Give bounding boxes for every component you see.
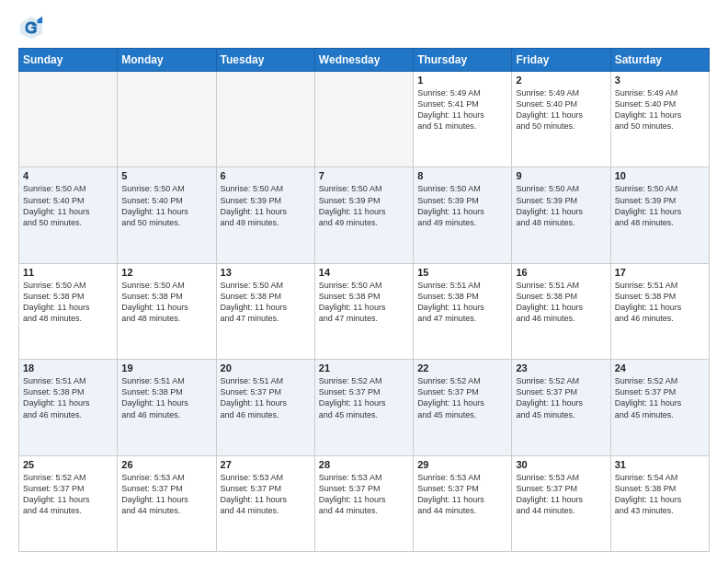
weekday-tuesday: Tuesday [216, 49, 314, 72]
calendar: SundayMondayTuesdayWednesdayThursdayFrid… [18, 48, 710, 552]
day-number: 30 [516, 459, 606, 470]
day-cell: 9Sunrise: 5:50 AM Sunset: 5:39 PM Daylig… [512, 167, 610, 263]
weekday-saturday: Saturday [610, 49, 709, 72]
day-info: Sunrise: 5:52 AM Sunset: 5:37 PM Dayligh… [319, 375, 409, 420]
day-number: 8 [417, 170, 507, 181]
day-number: 1 [417, 75, 507, 86]
day-info: Sunrise: 5:53 AM Sunset: 5:37 PM Dayligh… [221, 472, 311, 517]
week-row-4: 18Sunrise: 5:51 AM Sunset: 5:38 PM Dayli… [19, 360, 710, 455]
day-info: Sunrise: 5:53 AM Sunset: 5:37 PM Dayligh… [319, 472, 409, 517]
day-cell: 25Sunrise: 5:52 AM Sunset: 5:37 PM Dayli… [19, 455, 118, 551]
day-cell: 17Sunrise: 5:51 AM Sunset: 5:38 PM Dayli… [610, 263, 709, 359]
day-number: 12 [121, 267, 211, 278]
week-row-5: 25Sunrise: 5:52 AM Sunset: 5:37 PM Dayli… [19, 455, 710, 551]
day-cell: 21Sunrise: 5:52 AM Sunset: 5:37 PM Dayli… [314, 360, 413, 455]
day-number: 24 [615, 362, 705, 373]
day-number: 29 [417, 459, 507, 470]
day-number: 19 [121, 362, 211, 373]
day-info: Sunrise: 5:50 AM Sunset: 5:39 PM Dayligh… [516, 183, 606, 228]
day-number: 16 [516, 267, 606, 278]
weekday-wednesday: Wednesday [314, 49, 413, 72]
day-number: 17 [615, 267, 705, 278]
day-number: 9 [516, 170, 606, 181]
day-info: Sunrise: 5:50 AM Sunset: 5:39 PM Dayligh… [615, 183, 705, 228]
day-cell: 15Sunrise: 5:51 AM Sunset: 5:38 PM Dayli… [414, 263, 512, 359]
day-number: 5 [121, 170, 211, 181]
logo-icon [18, 15, 44, 40]
day-info: Sunrise: 5:51 AM Sunset: 5:38 PM Dayligh… [23, 375, 113, 420]
day-number: 28 [319, 459, 409, 470]
week-row-1: 1Sunrise: 5:49 AM Sunset: 5:41 PM Daylig… [19, 72, 710, 167]
day-info: Sunrise: 5:51 AM Sunset: 5:38 PM Dayligh… [121, 375, 211, 420]
day-cell [314, 72, 413, 167]
day-cell: 1Sunrise: 5:49 AM Sunset: 5:41 PM Daylig… [414, 72, 512, 167]
day-info: Sunrise: 5:50 AM Sunset: 5:40 PM Dayligh… [23, 183, 113, 228]
day-info: Sunrise: 5:51 AM Sunset: 5:37 PM Dayligh… [221, 375, 311, 420]
weekday-friday: Friday [512, 49, 610, 72]
day-info: Sunrise: 5:53 AM Sunset: 5:37 PM Dayligh… [417, 472, 507, 517]
day-number: 13 [221, 267, 311, 278]
day-cell: 22Sunrise: 5:52 AM Sunset: 5:37 PM Dayli… [414, 360, 512, 455]
day-cell: 11Sunrise: 5:50 AM Sunset: 5:38 PM Dayli… [19, 263, 118, 359]
weekday-thursday: Thursday [414, 49, 512, 72]
day-info: Sunrise: 5:49 AM Sunset: 5:40 PM Dayligh… [615, 87, 705, 132]
day-info: Sunrise: 5:50 AM Sunset: 5:39 PM Dayligh… [319, 183, 409, 228]
logo [18, 15, 48, 40]
day-cell: 3Sunrise: 5:49 AM Sunset: 5:40 PM Daylig… [610, 72, 709, 167]
day-number: 6 [221, 170, 311, 181]
day-info: Sunrise: 5:53 AM Sunset: 5:37 PM Dayligh… [516, 472, 606, 517]
day-number: 11 [23, 267, 113, 278]
day-cell: 16Sunrise: 5:51 AM Sunset: 5:38 PM Dayli… [512, 263, 610, 359]
day-number: 18 [23, 362, 113, 373]
day-cell [118, 72, 216, 167]
weekday-sunday: Sunday [19, 49, 118, 72]
day-info: Sunrise: 5:50 AM Sunset: 5:39 PM Dayligh… [417, 183, 507, 228]
day-number: 2 [516, 75, 606, 86]
day-info: Sunrise: 5:49 AM Sunset: 5:40 PM Dayligh… [516, 87, 606, 132]
day-cell [216, 72, 314, 167]
day-cell: 30Sunrise: 5:53 AM Sunset: 5:37 PM Dayli… [512, 455, 610, 551]
day-cell: 18Sunrise: 5:51 AM Sunset: 5:38 PM Dayli… [19, 360, 118, 455]
day-number: 3 [615, 75, 705, 86]
day-cell: 13Sunrise: 5:50 AM Sunset: 5:38 PM Dayli… [216, 263, 314, 359]
day-cell: 10Sunrise: 5:50 AM Sunset: 5:39 PM Dayli… [610, 167, 709, 263]
day-cell: 28Sunrise: 5:53 AM Sunset: 5:37 PM Dayli… [314, 455, 413, 551]
day-cell: 6Sunrise: 5:50 AM Sunset: 5:39 PM Daylig… [216, 167, 314, 263]
day-info: Sunrise: 5:49 AM Sunset: 5:41 PM Dayligh… [417, 87, 507, 132]
day-cell: 27Sunrise: 5:53 AM Sunset: 5:37 PM Dayli… [216, 455, 314, 551]
day-info: Sunrise: 5:52 AM Sunset: 5:37 PM Dayligh… [516, 375, 606, 420]
day-info: Sunrise: 5:51 AM Sunset: 5:38 PM Dayligh… [615, 280, 705, 325]
day-info: Sunrise: 5:50 AM Sunset: 5:38 PM Dayligh… [319, 280, 409, 325]
day-cell: 8Sunrise: 5:50 AM Sunset: 5:39 PM Daylig… [414, 167, 512, 263]
day-cell: 14Sunrise: 5:50 AM Sunset: 5:38 PM Dayli… [314, 263, 413, 359]
day-number: 25 [23, 459, 113, 470]
day-cell: 23Sunrise: 5:52 AM Sunset: 5:37 PM Dayli… [512, 360, 610, 455]
day-info: Sunrise: 5:53 AM Sunset: 5:37 PM Dayligh… [121, 472, 211, 517]
day-number: 26 [121, 459, 211, 470]
day-info: Sunrise: 5:50 AM Sunset: 5:38 PM Dayligh… [23, 280, 113, 325]
day-cell: 20Sunrise: 5:51 AM Sunset: 5:37 PM Dayli… [216, 360, 314, 455]
day-number: 22 [417, 362, 507, 373]
day-cell [19, 72, 118, 167]
day-info: Sunrise: 5:50 AM Sunset: 5:39 PM Dayligh… [221, 183, 311, 228]
day-info: Sunrise: 5:54 AM Sunset: 5:38 PM Dayligh… [615, 472, 705, 517]
week-row-2: 4Sunrise: 5:50 AM Sunset: 5:40 PM Daylig… [19, 167, 710, 263]
day-info: Sunrise: 5:52 AM Sunset: 5:37 PM Dayligh… [615, 375, 705, 420]
day-cell: 19Sunrise: 5:51 AM Sunset: 5:38 PM Dayli… [118, 360, 216, 455]
day-number: 7 [319, 170, 409, 181]
day-cell: 7Sunrise: 5:50 AM Sunset: 5:39 PM Daylig… [314, 167, 413, 263]
day-cell: 29Sunrise: 5:53 AM Sunset: 5:37 PM Dayli… [414, 455, 512, 551]
day-number: 23 [516, 362, 606, 373]
day-cell: 4Sunrise: 5:50 AM Sunset: 5:40 PM Daylig… [19, 167, 118, 263]
week-row-3: 11Sunrise: 5:50 AM Sunset: 5:38 PM Dayli… [19, 263, 710, 359]
day-info: Sunrise: 5:52 AM Sunset: 5:37 PM Dayligh… [23, 472, 113, 517]
day-cell: 5Sunrise: 5:50 AM Sunset: 5:40 PM Daylig… [118, 167, 216, 263]
day-info: Sunrise: 5:50 AM Sunset: 5:40 PM Dayligh… [121, 183, 211, 228]
day-cell: 2Sunrise: 5:49 AM Sunset: 5:40 PM Daylig… [512, 72, 610, 167]
day-cell: 26Sunrise: 5:53 AM Sunset: 5:37 PM Dayli… [118, 455, 216, 551]
day-number: 15 [417, 267, 507, 278]
day-cell: 24Sunrise: 5:52 AM Sunset: 5:37 PM Dayli… [610, 360, 709, 455]
day-number: 10 [615, 170, 705, 181]
day-cell: 12Sunrise: 5:50 AM Sunset: 5:38 PM Dayli… [118, 263, 216, 359]
page: SundayMondayTuesdayWednesdayThursdayFrid… [0, 0, 728, 563]
